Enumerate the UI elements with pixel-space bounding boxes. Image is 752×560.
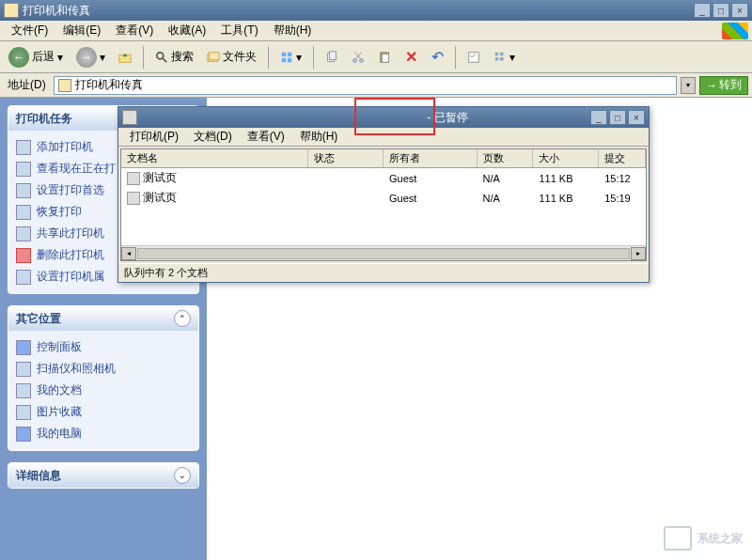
menu-file[interactable]: 文件(F) [4, 21, 55, 40]
back-label: 后退 [32, 49, 55, 65]
checklist-icon [467, 51, 480, 64]
views-icon [280, 51, 293, 64]
watermark-text: 系统之家 [697, 531, 743, 547]
back-button[interactable]: ← 后退 ▾ [4, 46, 68, 69]
place-pictures[interactable]: 图片收藏 [16, 401, 191, 423]
queue-menubar: 打印机(P) 文档(D) 查看(V) 帮助(H) [118, 128, 649, 147]
printer-icon [16, 162, 31, 177]
forward-button[interactable]: → ▾ [71, 46, 110, 69]
svg-rect-6 [288, 52, 291, 55]
printer-queue-window: xxxxxxxxxxxxxxxxxxxxxxxxxxxxx- 已暂停 _ □ ×… [118, 106, 650, 283]
svg-line-13 [355, 52, 361, 58]
col-size[interactable]: 大小 [533, 149, 599, 167]
delete-button[interactable]: ✕ [400, 46, 422, 69]
search-button[interactable]: 搜索 [150, 46, 198, 69]
folders-icon [207, 51, 220, 64]
delete-x-icon: ✕ [405, 48, 417, 66]
svg-line-14 [355, 52, 361, 58]
go-label: 转到 [719, 77, 742, 93]
delete-icon [16, 248, 31, 263]
menu-help[interactable]: 帮助(H) [266, 21, 320, 40]
clipboard-icon [378, 51, 391, 64]
svg-line-2 [163, 57, 166, 61]
window-title: 打印机和传真 [23, 3, 694, 19]
place-scanners[interactable]: 扫描仪和照相机 [16, 358, 191, 380]
queue-menu-document[interactable]: 文档(D) [186, 127, 240, 147]
document-icon [127, 192, 140, 205]
go-button[interactable]: → 转到 [699, 76, 748, 95]
svg-rect-16 [382, 54, 388, 62]
menu-tools[interactable]: 工具(T) [213, 21, 265, 40]
place-control-panel[interactable]: 控制面板 [16, 336, 191, 358]
col-docname[interactable]: 文档名 [121, 149, 308, 167]
queue-row[interactable]: 测试页 Guest N/A 111 KB 15:19 [121, 188, 646, 208]
search-icon [155, 51, 168, 64]
gear-icon [16, 183, 31, 198]
copy-icon [325, 51, 338, 64]
printer-folder-icon [58, 79, 71, 92]
folders-label: 文件夹 [223, 49, 257, 65]
menu-view[interactable]: 查看(V) [108, 21, 161, 40]
queue-menu-view[interactable]: 查看(V) [240, 127, 292, 147]
watermark-logo-icon [664, 526, 692, 551]
paste-button[interactable] [373, 46, 396, 69]
cut-button[interactable] [347, 46, 369, 69]
windows-logo-icon [722, 23, 748, 39]
copy-to-button[interactable] [321, 46, 343, 69]
details-header[interactable]: 详细信息 ⌄ [8, 463, 198, 488]
other-places-header[interactable]: 其它位置 ⌃ [8, 306, 198, 331]
queue-menu-printer[interactable]: 打印机(P) [122, 127, 186, 147]
scroll-thumb[interactable] [137, 248, 630, 259]
col-pages[interactable]: 页数 [478, 149, 534, 167]
col-status[interactable]: 状态 [308, 149, 384, 167]
documents-icon [16, 383, 31, 398]
queue-maximize-button[interactable]: □ [609, 110, 626, 125]
document-icon [127, 172, 140, 185]
listview-body: 测试页 Guest N/A 111 KB 15:12 测试页 Guest N/A… [121, 168, 646, 245]
close-button[interactable]: × [731, 3, 748, 18]
scissors-icon [352, 51, 365, 64]
undo-button[interactable]: ↶ [426, 46, 448, 69]
menu-edit[interactable]: 编辑(E) [55, 21, 108, 40]
computer-icon [16, 427, 31, 442]
svg-rect-19 [500, 52, 504, 55]
col-owner[interactable]: 所有者 [384, 149, 478, 167]
queue-row[interactable]: 测试页 Guest N/A 111 KB 15:12 [121, 168, 646, 188]
scroll-right-button[interactable]: ▸ [631, 247, 646, 260]
queue-listview: 文档名 状态 所有者 页数 大小 提交 测试页 Guest N/A 111 KB… [120, 148, 647, 261]
svg-point-11 [353, 58, 357, 62]
queue-title: xxxxxxxxxxxxxxxxxxxxxxxxxxxxx- 已暂停 [141, 110, 590, 126]
properties-button[interactable] [462, 46, 485, 69]
views-button[interactable]: ▾ [275, 46, 306, 69]
queue-titlebar[interactable]: xxxxxxxxxxxxxxxxxxxxxxxxxxxxx- 已暂停 _ □ × [118, 107, 649, 128]
options-button[interactable]: ▾ [489, 46, 520, 69]
horizontal-scrollbar[interactable]: ◂ ▸ [121, 245, 646, 260]
scroll-left-button[interactable]: ◂ [121, 247, 136, 260]
watermark: 系统之家 [664, 526, 743, 551]
menu-favorites[interactable]: 收藏(A) [161, 21, 213, 40]
svg-point-1 [157, 52, 164, 58]
queue-menu-help[interactable]: 帮助(H) [292, 127, 346, 147]
maximize-button[interactable]: □ [713, 3, 729, 18]
svg-rect-20 [495, 57, 499, 61]
queue-statusbar: 队列中有 2 个文档 [118, 263, 649, 282]
chevron-down-icon: ⌄ [174, 467, 191, 484]
app-icon [4, 3, 19, 18]
folders-button[interactable]: 文件夹 [202, 46, 261, 69]
control-panel-icon [16, 340, 31, 355]
main-titlebar: 打印机和传真 _ □ × [0, 0, 752, 21]
address-input[interactable]: 打印机和传真 [54, 76, 677, 95]
svg-rect-7 [282, 57, 286, 61]
panel-title: 详细信息 [16, 468, 61, 484]
place-my-computer[interactable]: 我的电脑 [16, 423, 191, 444]
place-my-documents[interactable]: 我的文档 [16, 380, 191, 401]
address-value: 打印机和传真 [75, 77, 143, 93]
queue-minimize-button[interactable]: _ [590, 110, 607, 125]
address-dropdown[interactable]: ▾ [681, 77, 696, 94]
svg-rect-8 [288, 57, 291, 61]
queue-close-button[interactable]: × [628, 110, 645, 125]
up-button[interactable] [114, 46, 136, 69]
minimize-button[interactable]: _ [694, 3, 711, 18]
col-submitted[interactable]: 提交 [599, 149, 646, 167]
share-icon [16, 226, 31, 241]
